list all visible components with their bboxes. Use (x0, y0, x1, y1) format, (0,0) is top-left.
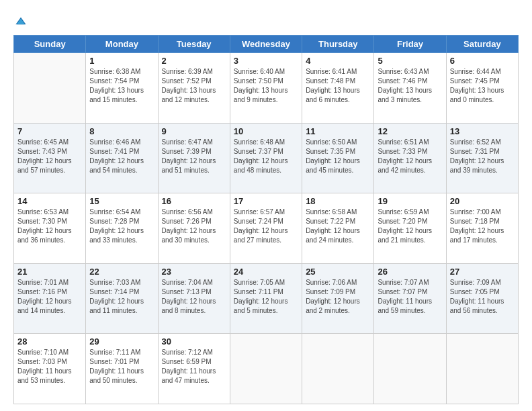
day-cell: 6Sunrise: 6:44 AMSunset: 7:45 PMDaylight… (446, 53, 518, 124)
day-cell (14, 53, 86, 124)
weekday-header-friday: Friday (374, 36, 446, 53)
day-info: Sunrise: 6:59 AMSunset: 7:20 PMDaylight:… (378, 208, 442, 245)
day-cell: 13Sunrise: 6:52 AMSunset: 7:31 PMDayligh… (446, 123, 518, 193)
day-number: 16 (162, 196, 226, 206)
day-cell: 20Sunrise: 7:00 AMSunset: 7:18 PMDayligh… (446, 193, 518, 264)
day-number: 7 (17, 126, 82, 136)
week-row-3: 14Sunrise: 6:53 AMSunset: 7:30 PMDayligh… (14, 193, 519, 264)
day-info: Sunrise: 6:46 AMSunset: 7:41 PMDaylight:… (89, 138, 154, 175)
day-number: 23 (162, 267, 226, 277)
day-info: Sunrise: 6:57 AMSunset: 7:24 PMDaylight:… (234, 208, 298, 245)
day-info: Sunrise: 6:54 AMSunset: 7:28 PMDaylight:… (89, 208, 154, 245)
day-number: 14 (17, 196, 82, 206)
day-number: 11 (306, 126, 370, 136)
day-cell: 11Sunrise: 6:50 AMSunset: 7:35 PMDayligh… (302, 123, 374, 193)
day-cell: 18Sunrise: 6:58 AMSunset: 7:22 PMDayligh… (302, 193, 374, 264)
day-number: 18 (306, 196, 370, 206)
weekday-header-tuesday: Tuesday (158, 36, 230, 53)
day-cell: 21Sunrise: 7:01 AMSunset: 7:16 PMDayligh… (14, 263, 86, 334)
day-info: Sunrise: 7:10 AMSunset: 7:03 PMDaylight:… (17, 348, 82, 385)
day-number: 20 (450, 196, 515, 206)
day-info: Sunrise: 6:52 AMSunset: 7:31 PMDaylight:… (450, 138, 515, 175)
day-info: Sunrise: 6:58 AMSunset: 7:22 PMDaylight:… (306, 208, 370, 245)
header (13, 12, 519, 28)
day-number: 13 (450, 126, 515, 136)
day-number: 17 (234, 196, 298, 206)
day-info: Sunrise: 6:47 AMSunset: 7:39 PMDaylight:… (162, 138, 226, 175)
day-info: Sunrise: 7:09 AMSunset: 7:05 PMDaylight:… (450, 278, 515, 316)
day-info: Sunrise: 6:51 AMSunset: 7:33 PMDaylight:… (378, 138, 442, 175)
day-info: Sunrise: 6:56 AMSunset: 7:26 PMDaylight:… (162, 208, 226, 245)
day-cell: 17Sunrise: 6:57 AMSunset: 7:24 PMDayligh… (230, 193, 302, 264)
day-cell: 26Sunrise: 7:07 AMSunset: 7:07 PMDayligh… (374, 263, 446, 334)
day-cell: 23Sunrise: 7:04 AMSunset: 7:13 PMDayligh… (158, 263, 230, 334)
day-cell: 8Sunrise: 6:46 AMSunset: 7:41 PMDaylight… (86, 123, 158, 193)
day-info: Sunrise: 6:41 AMSunset: 7:48 PMDaylight:… (306, 67, 370, 105)
logo (13, 12, 27, 28)
day-cell: 16Sunrise: 6:56 AMSunset: 7:26 PMDayligh… (158, 193, 230, 264)
day-info: Sunrise: 7:06 AMSunset: 7:09 PMDaylight:… (306, 278, 370, 316)
weekday-header-monday: Monday (86, 36, 158, 53)
day-number: 25 (306, 267, 370, 277)
day-number: 8 (89, 126, 154, 136)
day-cell: 27Sunrise: 7:09 AMSunset: 7:05 PMDayligh… (446, 263, 518, 334)
weekday-header-row: SundayMondayTuesdayWednesdayThursdayFrid… (14, 36, 519, 53)
weekday-header-saturday: Saturday (446, 36, 518, 53)
day-cell: 9Sunrise: 6:47 AMSunset: 7:39 PMDaylight… (158, 123, 230, 193)
day-info: Sunrise: 6:50 AMSunset: 7:35 PMDaylight:… (306, 138, 370, 175)
day-number: 22 (89, 267, 154, 277)
day-info: Sunrise: 7:03 AMSunset: 7:14 PMDaylight:… (89, 278, 154, 316)
day-cell: 29Sunrise: 7:11 AMSunset: 7:01 PMDayligh… (86, 334, 158, 404)
day-number: 21 (17, 267, 82, 277)
day-number: 30 (162, 336, 226, 347)
day-number: 2 (162, 56, 226, 66)
day-number: 15 (89, 196, 154, 206)
day-number: 24 (234, 267, 298, 277)
day-cell (446, 334, 518, 404)
day-cell (230, 334, 302, 404)
day-number: 19 (378, 196, 442, 206)
day-info: Sunrise: 7:00 AMSunset: 7:18 PMDaylight:… (450, 208, 515, 245)
calendar-table: SundayMondayTuesdayWednesdayThursdayFrid… (13, 35, 519, 404)
day-number: 1 (89, 56, 154, 66)
day-info: Sunrise: 6:53 AMSunset: 7:30 PMDaylight:… (17, 208, 82, 245)
logo-text (13, 12, 27, 28)
day-cell: 1Sunrise: 6:38 AMSunset: 7:54 PMDaylight… (86, 53, 158, 124)
day-cell: 25Sunrise: 7:06 AMSunset: 7:09 PMDayligh… (302, 263, 374, 334)
week-row-4: 21Sunrise: 7:01 AMSunset: 7:16 PMDayligh… (14, 263, 519, 334)
day-cell (374, 334, 446, 404)
day-info: Sunrise: 7:04 AMSunset: 7:13 PMDaylight:… (162, 278, 226, 316)
day-number: 10 (234, 126, 298, 136)
day-cell: 7Sunrise: 6:45 AMSunset: 7:43 PMDaylight… (14, 123, 86, 193)
day-cell: 19Sunrise: 6:59 AMSunset: 7:20 PMDayligh… (374, 193, 446, 264)
day-info: Sunrise: 6:39 AMSunset: 7:52 PMDaylight:… (162, 67, 226, 105)
page: SundayMondayTuesdayWednesdayThursdayFrid… (0, 0, 532, 411)
day-cell: 3Sunrise: 6:40 AMSunset: 7:50 PMDaylight… (230, 53, 302, 124)
day-info: Sunrise: 7:05 AMSunset: 7:11 PMDaylight:… (234, 278, 298, 316)
day-cell (302, 334, 374, 404)
day-info: Sunrise: 6:45 AMSunset: 7:43 PMDaylight:… (17, 138, 82, 175)
day-info: Sunrise: 6:44 AMSunset: 7:45 PMDaylight:… (450, 67, 515, 105)
day-info: Sunrise: 6:48 AMSunset: 7:37 PMDaylight:… (234, 138, 298, 175)
day-cell: 15Sunrise: 6:54 AMSunset: 7:28 PMDayligh… (86, 193, 158, 264)
day-number: 12 (378, 126, 442, 136)
day-info: Sunrise: 6:43 AMSunset: 7:46 PMDaylight:… (378, 67, 442, 105)
day-cell: 30Sunrise: 7:12 AMSunset: 6:59 PMDayligh… (158, 334, 230, 404)
day-info: Sunrise: 7:01 AMSunset: 7:16 PMDaylight:… (17, 278, 82, 316)
week-row-1: 1Sunrise: 6:38 AMSunset: 7:54 PMDaylight… (14, 53, 519, 124)
day-info: Sunrise: 6:38 AMSunset: 7:54 PMDaylight:… (89, 67, 154, 105)
day-number: 9 (162, 126, 226, 136)
day-cell: 22Sunrise: 7:03 AMSunset: 7:14 PMDayligh… (86, 263, 158, 334)
day-number: 6 (450, 56, 515, 66)
day-number: 27 (450, 267, 515, 277)
day-info: Sunrise: 6:40 AMSunset: 7:50 PMDaylight:… (234, 67, 298, 105)
day-number: 4 (306, 56, 370, 66)
day-number: 29 (89, 336, 154, 347)
day-number: 26 (378, 267, 442, 277)
week-row-5: 28Sunrise: 7:10 AMSunset: 7:03 PMDayligh… (14, 334, 519, 404)
week-row-2: 7Sunrise: 6:45 AMSunset: 7:43 PMDaylight… (14, 123, 519, 193)
day-number: 5 (378, 56, 442, 66)
day-cell: 4Sunrise: 6:41 AMSunset: 7:48 PMDaylight… (302, 53, 374, 124)
weekday-header-sunday: Sunday (14, 36, 86, 53)
weekday-header-thursday: Thursday (302, 36, 374, 53)
